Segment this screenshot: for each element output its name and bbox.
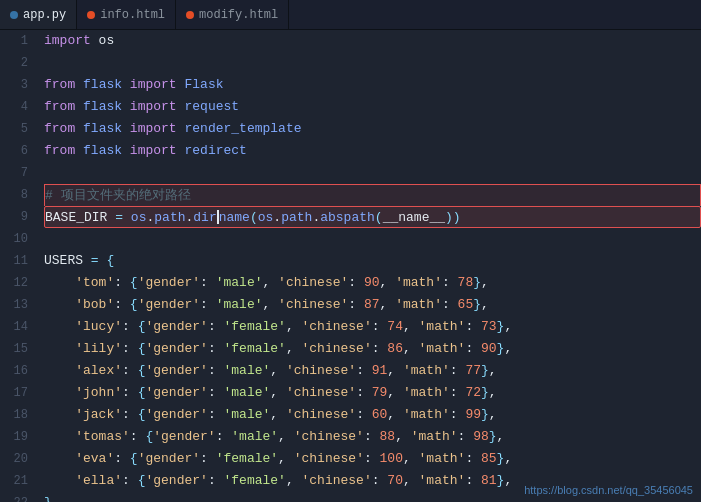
line-num-1: 1: [0, 30, 28, 52]
code-line-19: 'tomas': {'gender': 'male', 'chinese': 8…: [44, 426, 701, 448]
tab-label-modify-html: modify.html: [199, 8, 278, 22]
line-num-4: 4: [0, 96, 28, 118]
line-num-2: 2: [0, 52, 28, 74]
line-num-21: 21: [0, 470, 28, 492]
line-num-8: 8: [0, 184, 28, 206]
tab-icon-info-html: [87, 11, 95, 19]
line-num-11: 11: [0, 250, 28, 272]
code-line-5: from flask import render_template: [44, 118, 701, 140]
editor-window: app.py info.html modify.html 1 2 3 4 5 6…: [0, 0, 701, 502]
code-line-9: BASE_DIR = os.path.dirname(os.path.abspa…: [44, 206, 701, 228]
line-num-12: 12: [0, 272, 28, 294]
line-num-20: 20: [0, 448, 28, 470]
tab-bar: app.py info.html modify.html: [0, 0, 701, 30]
code-line-20: 'eva': {'gender': 'female', 'chinese': 1…: [44, 448, 701, 470]
line-num-6: 6: [0, 140, 28, 162]
code-line-4: from flask import request: [44, 96, 701, 118]
code-line-12: 'tom': {'gender': 'male', 'chinese': 90,…: [44, 272, 701, 294]
tab-info-html[interactable]: info.html: [77, 0, 176, 29]
tab-modify-html[interactable]: modify.html: [176, 0, 289, 29]
watermark: https://blog.csdn.net/qq_35456045: [524, 484, 693, 496]
code-line-2: [44, 52, 701, 74]
line-num-5: 5: [0, 118, 28, 140]
code-area[interactable]: import os from flask import Flask from f…: [36, 30, 701, 502]
code-line-1: import os: [44, 30, 701, 52]
tab-label-app-py: app.py: [23, 8, 66, 22]
code-line-13: 'bob': {'gender': 'male', 'chinese': 87,…: [44, 294, 701, 316]
line-num-15: 15: [0, 338, 28, 360]
code-line-6: from flask import redirect: [44, 140, 701, 162]
code-line-10: [44, 228, 701, 250]
line-num-16: 16: [0, 360, 28, 382]
line-num-10: 10: [0, 228, 28, 250]
line-numbers: 1 2 3 4 5 6 7 8 9 10 11 12 13 14 15 16 1…: [0, 30, 36, 502]
line-num-17: 17: [0, 382, 28, 404]
tab-icon-modify-html: [186, 11, 194, 19]
code-line-3: from flask import Flask: [44, 74, 701, 96]
code-line-15: 'lily': {'gender': 'female', 'chinese': …: [44, 338, 701, 360]
line-num-3: 3: [0, 74, 28, 96]
line-num-7: 7: [0, 162, 28, 184]
line-num-18: 18: [0, 404, 28, 426]
code-line-7: [44, 162, 701, 184]
code-line-16: 'alex': {'gender': 'male', 'chinese': 91…: [44, 360, 701, 382]
code-editor: 1 2 3 4 5 6 7 8 9 10 11 12 13 14 15 16 1…: [0, 30, 701, 502]
line-num-22: 22: [0, 492, 28, 502]
line-num-19: 19: [0, 426, 28, 448]
code-line-18: 'jack': {'gender': 'male', 'chinese': 60…: [44, 404, 701, 426]
code-line-14: 'lucy': {'gender': 'female', 'chinese': …: [44, 316, 701, 338]
code-line-8: # 项目文件夹的绝对路径: [44, 184, 701, 206]
tab-icon-python: [10, 11, 18, 19]
line-num-14: 14: [0, 316, 28, 338]
tab-label-info-html: info.html: [100, 8, 165, 22]
line-num-13: 13: [0, 294, 28, 316]
line-num-9: 9: [0, 206, 28, 228]
code-line-11: USERS = {: [44, 250, 701, 272]
tab-app-py[interactable]: app.py: [0, 0, 77, 29]
code-line-17: 'john': {'gender': 'male', 'chinese': 79…: [44, 382, 701, 404]
